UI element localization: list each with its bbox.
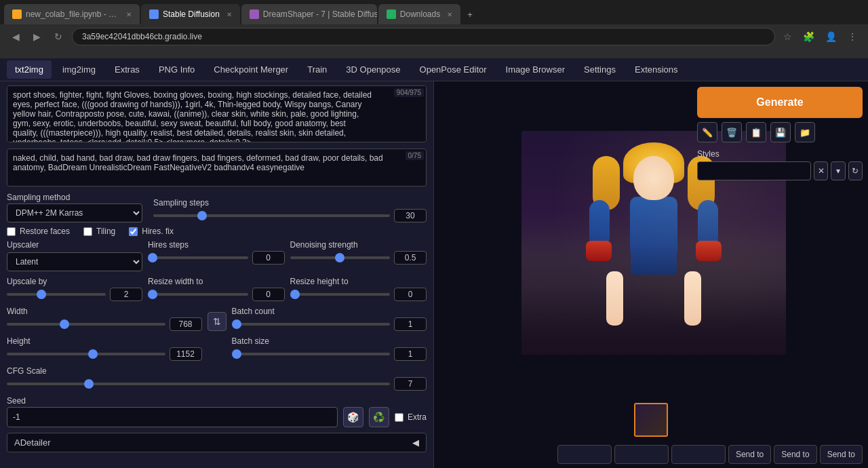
sampling-method-select[interactable]: DPM++ 2M Karras Euler a Euler [7, 203, 142, 222]
restore-faces-label: Restore faces [20, 227, 70, 236]
batch-size-value[interactable] [394, 347, 427, 361]
sampling-steps-slider[interactable] [153, 214, 390, 217]
resize-width-slider[interactable] [148, 293, 248, 296]
tab-dreamshaper[interactable]: DreamShaper - 7 | Stable Diffusi... ✕ [241, 4, 377, 24]
tab-close-sd[interactable]: ✕ [226, 11, 232, 18]
action-folder-button[interactable]: 📁 [795, 122, 815, 142]
extensions-button[interactable]: 🧩 [800, 30, 817, 43]
styles-input[interactable] [697, 161, 811, 180]
height-slider[interactable] [7, 353, 165, 355]
hires-fix-label: Hires. fix [142, 227, 174, 236]
bottom-btn-3[interactable] [671, 445, 726, 464]
negative-prompt-area: 0/75 [7, 149, 427, 189]
tab-close-colab[interactable]: ✕ [126, 11, 132, 18]
reload-button[interactable]: ↻ [50, 30, 66, 43]
sampling-steps-slider-container [153, 209, 427, 222]
new-tab-button[interactable]: + [462, 7, 478, 22]
resize-width-value[interactable] [252, 288, 285, 301]
styles-refresh-button[interactable]: ↻ [848, 161, 863, 180]
back-button[interactable]: ◀ [8, 30, 24, 43]
tiling-checkbox[interactable]: Tiling [83, 227, 115, 236]
seed-dice-button[interactable]: 🎲 [343, 407, 363, 427]
cfg-value[interactable] [394, 377, 427, 391]
nav-img2img[interactable]: img2img [54, 60, 104, 79]
styles-section: Styles ✕ ▾ ↻ [697, 149, 863, 180]
styles-dropdown-button[interactable]: ▾ [831, 161, 845, 180]
bookmark-button[interactable]: ☆ [781, 30, 795, 43]
extra-checkbox[interactable]: Extra [395, 412, 427, 422]
width-slider[interactable] [7, 323, 165, 326]
forward-button[interactable]: ▶ [29, 30, 45, 43]
restore-faces-checkbox[interactable]: Restore faces [7, 227, 70, 236]
browser-chrome: new_colab_file.ipynb - Colabora... ✕ Sta… [0, 0, 868, 58]
restore-faces-input[interactable] [7, 227, 16, 236]
nav-image-browser[interactable]: Image Browser [498, 60, 573, 79]
extra-checkbox-input[interactable] [395, 413, 403, 422]
tab-downloads[interactable]: Downloads ✕ [378, 4, 460, 24]
nav-extensions[interactable]: Extensions [627, 60, 686, 79]
styles-clear-button[interactable]: ✕ [814, 161, 828, 180]
upscale-by-value[interactable] [110, 288, 142, 301]
tab-close-downloads[interactable]: ✕ [447, 11, 452, 18]
seed-recycle-button[interactable]: ♻️ [369, 407, 389, 427]
height-value[interactable] [170, 347, 202, 361]
bottom-btn-1[interactable] [557, 445, 612, 464]
batch-size-label: Batch size [232, 336, 427, 346]
action-save-button[interactable]: 💾 [770, 122, 791, 142]
nav-3d-openpose[interactable]: 3D Openpose [338, 60, 408, 79]
action-trash-button[interactable]: 🗑️ [722, 122, 742, 142]
sampling-steps-value[interactable] [394, 209, 427, 222]
nav-checkpoint-merger[interactable]: Checkpoint Merger [205, 60, 296, 79]
batch-count-group: Batch count [232, 307, 427, 331]
height-group: Height [7, 336, 202, 361]
resize-height-value[interactable] [394, 288, 427, 301]
send-to-btn-2[interactable]: Send to [774, 445, 816, 464]
tab-colab[interactable]: new_colab_file.ipynb - Colabora... ✕ [4, 4, 140, 24]
profile-button[interactable]: 👤 [823, 30, 840, 43]
nav-train[interactable]: Train [299, 60, 335, 79]
cfg-slider-container [7, 377, 427, 391]
action-pencil-button[interactable]: ✏️ [697, 122, 717, 142]
resize-height-slider[interactable] [290, 293, 391, 296]
adetailer-toggle-icon: ◀ [412, 437, 419, 448]
width-value[interactable] [170, 317, 202, 331]
denoising-value[interactable] [394, 251, 427, 265]
url-bar[interactable] [72, 28, 775, 45]
positive-prompt-input[interactable] [7, 85, 427, 142]
positive-token-count: 904/975 [394, 88, 424, 97]
nav-extras[interactable]: Extras [106, 60, 148, 79]
send-to-btn-1[interactable]: Send to [728, 445, 771, 464]
nav-settings[interactable]: Settings [576, 60, 624, 79]
batch-count-value[interactable] [394, 317, 427, 331]
resize-width-slider-container [148, 288, 285, 301]
styles-input-row: ✕ ▾ ↻ [697, 161, 863, 180]
adetailer-section[interactable]: ADetailer ◀ [7, 433, 427, 452]
tiling-input[interactable] [83, 227, 92, 236]
batch-size-slider[interactable] [232, 353, 391, 355]
seed-input[interactable] [7, 407, 338, 427]
send-to-btn-3[interactable]: Send to [820, 445, 863, 464]
generate-button[interactable]: Generate [697, 87, 863, 118]
nav-png-info[interactable]: PNG Info [151, 60, 203, 79]
swap-dimensions-button[interactable]: ⇅ [208, 312, 226, 331]
width-slider-container [7, 317, 202, 331]
thumbnail-1[interactable] [634, 403, 668, 437]
tab-stable-diffusion[interactable]: Stable Diffusion ✕ [141, 4, 240, 24]
hires-fix-checkbox[interactable]: Hires. fix [129, 227, 174, 236]
cfg-slider[interactable] [7, 383, 390, 385]
denoising-slider-container [290, 251, 427, 265]
nav-openpose-editor[interactable]: OpenPose Editor [412, 60, 495, 79]
nav-txt2img[interactable]: txt2img [7, 60, 52, 79]
negative-prompt-input[interactable] [7, 149, 427, 187]
resize-height-slider-container [290, 288, 427, 301]
hires-fix-input[interactable] [129, 227, 138, 236]
denoising-slider[interactable] [290, 256, 391, 259]
action-clipboard-button[interactable]: 📋 [746, 122, 766, 142]
hires-steps-value[interactable] [252, 251, 285, 265]
upscale-by-slider[interactable] [7, 293, 106, 296]
batch-count-slider[interactable] [232, 323, 391, 326]
menu-button[interactable]: ⋮ [845, 30, 860, 43]
bottom-btn-2[interactable] [614, 445, 669, 464]
hires-steps-slider[interactable] [148, 256, 248, 259]
upscaler-select[interactable]: Latent None ESRGAN_4x [7, 252, 142, 271]
